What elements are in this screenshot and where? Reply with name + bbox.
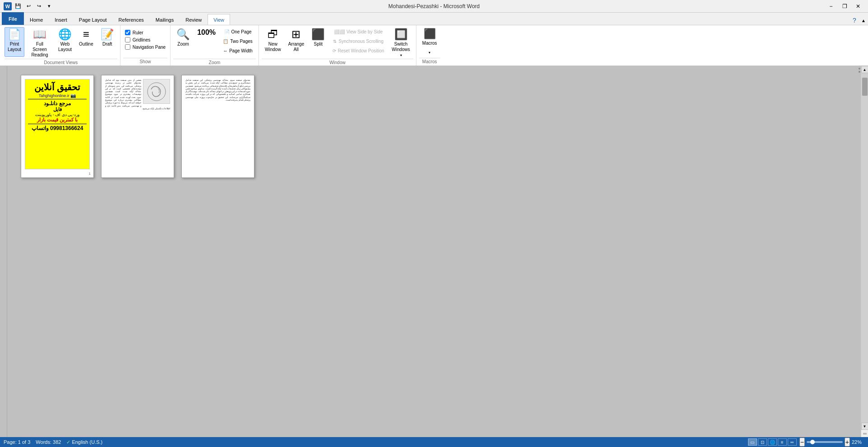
scroll-thumb[interactable] [862, 78, 868, 96]
navigation-pane-checkbox-item[interactable]: Navigation Pane [125, 44, 166, 50]
split-icon: ⬛ [311, 29, 325, 40]
two-pages-button[interactable]: 📋 Two Pages [220, 37, 256, 46]
zoom-button[interactable]: 🔍 Zoom [173, 27, 193, 57]
macros-button[interactable]: ⬛ Macros [419, 27, 440, 50]
new-window-button[interactable]: 🗗 NewWindow [262, 27, 284, 57]
tab-insert[interactable]: Insert [49, 14, 73, 25]
tab-review[interactable]: Review [180, 14, 208, 25]
split-button[interactable]: ⬛ Split [308, 27, 328, 57]
window-controls: − ❐ ✕ [825, 2, 864, 11]
web-layout-button[interactable]: 🌐 WebLayout [55, 27, 75, 57]
zoom-in-button[interactable]: + [845, 438, 850, 447]
switch-windows-arrow: ▾ [400, 53, 402, 57]
zoom-100-icon: 100% [197, 29, 216, 36]
print-layout-button[interactable]: 📄 PrintLayout [5, 27, 24, 57]
gridlines-checkbox[interactable] [125, 37, 130, 42]
window-title: Mohandesi-Pezashki - Microsoft Word [388, 3, 480, 9]
ribbon-toggle-button[interactable]: ▲ [859, 16, 868, 25]
tab-page-layout[interactable]: Page Layout [73, 14, 113, 25]
tab-home[interactable]: Home [24, 14, 49, 25]
gridlines-label: Gridlines [133, 37, 150, 42]
side-dot [859, 68, 860, 70]
zoom-icon: 🔍 [176, 29, 190, 40]
tab-file[interactable]: File [2, 12, 24, 25]
one-page-icon: 📄 [224, 29, 230, 34]
ruler-label: Ruler [133, 30, 143, 35]
customize-button[interactable]: ▾ [45, 2, 54, 11]
page-1[interactable]: تحقیق آنلاین Tahghighonline.ir 📷 مرجع دا… [21, 75, 94, 178]
side-dot [859, 71, 860, 73]
draft-button[interactable]: 📝 Draft [97, 27, 117, 57]
redo-button[interactable]: ↪ [34, 2, 43, 11]
page1-price: با کمترین قیمت بازار [28, 117, 87, 123]
zoom-slider[interactable] [807, 441, 843, 443]
ribbon-tabs: File Home Insert Page Layout References … [0, 13, 868, 25]
minimize-button[interactable]: − [825, 2, 837, 11]
full-screen-reading-button[interactable]: 📖 Full ScreenReading [25, 27, 54, 57]
word-count: Words: 382 [36, 439, 61, 445]
full-screen-icon: 📖 [33, 29, 46, 40]
web-layout-icon: 🌐 [58, 29, 72, 40]
arrange-all-label: ArrangeAll [288, 42, 305, 52]
switch-windows-label: SwitchWindows [392, 42, 410, 52]
page3-content: محتوای صفحه سوم مقاله مهندسی پزشکی. این … [182, 75, 254, 105]
scroll-up-button[interactable]: ▲ [861, 66, 868, 73]
print-view-btn[interactable]: ▭ [748, 438, 757, 446]
scroll-bottom-controls [863, 430, 867, 437]
group-macros: ⬛ Macros ▾ Macros [416, 25, 443, 65]
one-page-button[interactable]: 📄 One Page [220, 27, 256, 36]
macros-icon: ⬛ [424, 29, 436, 39]
page-info: Page: 1 of 3 [4, 439, 30, 445]
tab-mailings[interactable]: Mailings [150, 14, 180, 25]
switch-windows-button[interactable]: 🔲 SwitchWindows ▾ [388, 27, 413, 57]
title-bar: W 💾 ↩ ↪ ▾ Mohandesi-Pezashki - Microsoft… [0, 0, 868, 13]
help-button[interactable]: ? [850, 16, 859, 25]
scroll-down-button[interactable]: ▼ [861, 423, 868, 430]
page2-content: بخشی از متن صفحه دوم که شامل محتوای علمی… [102, 75, 174, 114]
outline-view-btn[interactable]: ≡ [778, 438, 787, 446]
macros-label: Macros [422, 41, 437, 46]
view-side-by-side-button[interactable]: ⬜⬜ View Side by Side [329, 27, 388, 36]
page-3[interactable]: محتوای صفحه سوم مقاله مهندسی پزشکی. این … [181, 75, 254, 178]
macros-arrow: ▾ [429, 51, 430, 55]
new-window-label: NewWindow [265, 42, 281, 52]
window-options-btns: ⬜⬜ View Side by Side ⇅ Synchronous Scrol… [329, 27, 388, 55]
title-bar-left: W 💾 ↩ ↪ ▾ [4, 2, 54, 11]
save-button[interactable]: 💾 [14, 2, 23, 11]
outline-label: Outline [79, 42, 93, 47]
synchronous-scrolling-button[interactable]: ⇅ Synchronous Scrolling [329, 37, 388, 46]
restore-button[interactable]: ❐ [838, 2, 851, 11]
outline-icon: ≡ [83, 29, 89, 40]
page-2[interactable]: بخشی از متن صفحه دوم که شامل محتوای علمی… [101, 75, 174, 178]
zoom-content: 🔍 Zoom 100% 📄 One Page 📋 Two Pages ↔ Pa [173, 27, 256, 59]
fullscreen-view-btn[interactable]: ⊡ [758, 438, 767, 446]
vertical-scrollbar[interactable]: ▲ ▼ [861, 66, 868, 437]
ribbon: 📄 PrintLayout 📖 Full ScreenReading 🌐 Web… [0, 25, 868, 66]
ruler-checkbox-item[interactable]: Ruler [125, 30, 166, 35]
zoom-out-button[interactable]: − [799, 438, 805, 447]
reset-window-position-button[interactable]: ⟳ Reset Window Position [329, 46, 388, 55]
quick-access-toolbar: 💾 ↩ ↪ ▾ [14, 2, 54, 11]
macros-group-label: Macros [419, 58, 440, 65]
page-width-button[interactable]: ↔ Page Width [220, 46, 256, 55]
tab-references[interactable]: References [113, 14, 150, 25]
two-pages-label: Two Pages [230, 39, 252, 44]
print-layout-label: PrintLayout [8, 42, 21, 52]
undo-button[interactable]: ↩ [24, 2, 33, 11]
zoom-100-button[interactable]: 100% [194, 27, 219, 57]
synchronous-scrolling-icon: ⇅ [333, 39, 337, 44]
navigation-pane-checkbox[interactable] [125, 44, 130, 50]
outline-button[interactable]: ≡ Outline [76, 27, 97, 57]
gridlines-checkbox-item[interactable]: Gridlines [125, 37, 166, 42]
zoom-label: Zoom [173, 59, 256, 66]
web-view-btn[interactable]: 🌐 [768, 438, 777, 446]
close-button[interactable]: ✕ [852, 2, 864, 11]
document-area[interactable]: تحقیق آنلاین Tahghighonline.ir 📷 مرجع دا… [7, 66, 868, 437]
draft-label: Draft [102, 42, 112, 47]
scroll-track[interactable] [861, 73, 868, 423]
draft-view-btn[interactable]: ═ [788, 438, 797, 446]
ruler-checkbox[interactable] [125, 30, 130, 35]
arrange-all-button[interactable]: ⊞ ArrangeAll [285, 27, 308, 57]
zoom-thumb[interactable] [810, 440, 815, 444]
tab-view[interactable]: View [208, 14, 230, 25]
